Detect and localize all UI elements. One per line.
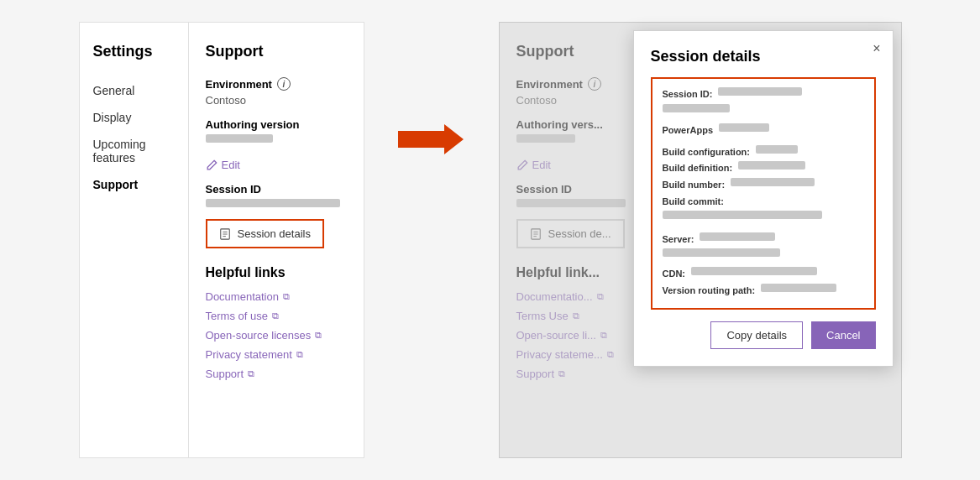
build-details: Build configuration: Build definition: B…: [663, 145, 864, 226]
session-details-button[interactable]: Session details: [206, 219, 324, 248]
link-documentation[interactable]: Documentation ⧉: [206, 290, 347, 303]
session-details-modal: Session details × Session ID: PowerApps: [633, 30, 894, 367]
build-number-blurred: [731, 178, 815, 186]
powerapps-blurred: [719, 123, 769, 132]
left-panel: Settings General Display Upcoming featur…: [79, 22, 364, 458]
session-id-blurred-modal: [718, 87, 802, 96]
authoring-version-label: Authoring version: [206, 118, 347, 131]
modal-overlay: Session details × Session ID: PowerApps: [499, 22, 902, 458]
authoring-version-blurred: [206, 134, 273, 143]
external-link-icon-3: ⧉: [296, 349, 303, 360]
edit-icon: [206, 159, 217, 171]
settings-title: Settings: [80, 43, 188, 77]
sidebar-item-upcoming[interactable]: Upcoming features: [80, 131, 188, 171]
build-config-blurred: [756, 145, 798, 154]
environment-label: Environment i: [206, 77, 347, 91]
external-link-icon-4: ⧉: [248, 368, 254, 379]
external-link-icon-0: ⧉: [283, 291, 290, 302]
arrow-indicator: [398, 22, 465, 156]
support-content: Support Environment i Contoso Authoring …: [189, 23, 364, 457]
sidebar: Settings General Display Upcoming featur…: [80, 23, 189, 457]
link-terms-of-use[interactable]: Terms of use ⧉: [206, 310, 347, 322]
server-blurred2: [663, 248, 780, 257]
environment-info-icon: i: [277, 77, 291, 91]
session-id-blurred: [206, 199, 340, 207]
sidebar-item-general[interactable]: General: [80, 77, 188, 104]
build-def-blurred: [738, 161, 805, 170]
session-details-box: Session ID: PowerApps Build configuratio…: [651, 77, 876, 310]
sidebar-item-display[interactable]: Display: [80, 104, 188, 131]
helpful-links-title: Helpful links: [206, 265, 347, 280]
authoring-version-value: [206, 134, 347, 147]
session-details-icon: [219, 228, 231, 240]
build-commit-blurred: [663, 211, 822, 219]
modal-close-button[interactable]: ×: [873, 41, 880, 56]
modal-title: Session details: [651, 48, 876, 65]
link-privacy[interactable]: Privacy statement ⧉: [206, 348, 347, 361]
version-routing-blurred: [761, 284, 836, 292]
environment-value: Contoso: [206, 94, 347, 107]
server-details: Server:: [663, 232, 864, 263]
right-arrow-icon: [398, 123, 465, 156]
edit-link[interactable]: Edit: [206, 159, 347, 171]
modal-actions: Copy details Cancel: [651, 321, 876, 349]
external-link-icon-2: ⧉: [315, 330, 322, 341]
sidebar-item-support[interactable]: Support: [80, 171, 188, 198]
copy-details-button[interactable]: Copy details: [710, 321, 803, 349]
cdn-details: CDN: Version routing path:: [663, 267, 864, 298]
session-id-label: Session ID: [206, 183, 347, 196]
link-open-source[interactable]: Open-source licenses ⧉: [206, 329, 347, 342]
support-title: Support: [206, 43, 347, 60]
server-blurred: [700, 232, 775, 241]
session-id-blurred2: [663, 104, 730, 112]
external-link-icon-1: ⧉: [272, 310, 279, 321]
session-id-value: [206, 199, 347, 211]
powerapps-row: PowerApps: [663, 123, 864, 138]
cdn-blurred: [691, 267, 817, 275]
link-support[interactable]: Support ⧉: [206, 368, 347, 380]
cancel-button[interactable]: Cancel: [811, 321, 875, 349]
svg-marker-4: [398, 124, 464, 154]
right-panel-wrapper: Support Environment i Contoso Authoring …: [499, 22, 902, 458]
session-id-row: Session ID:: [663, 87, 864, 102]
